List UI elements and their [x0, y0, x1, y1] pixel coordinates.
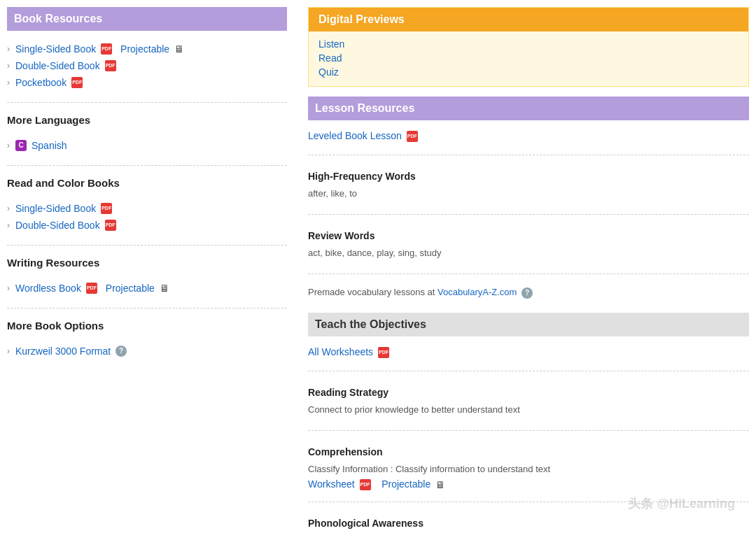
arrow-icon: › — [7, 78, 10, 87]
lesson-resources-section: Lesson Resources Leveled Book Lesson PDF… — [308, 97, 749, 304]
arrow-icon: › — [7, 283, 10, 293]
double-sided-book-link[interactable]: Double-Sided Book — [15, 60, 100, 71]
rc-single-sided-link[interactable]: Single-Sided Book — [15, 203, 96, 214]
comprehension-value: Classify Information : Classify informat… — [308, 462, 749, 476]
right-column: Digital Previews Listen Read Quiz Lesson… — [301, 7, 749, 533]
book-resources-header: Book Resources — [7, 7, 287, 31]
arrow-icon: › — [7, 44, 10, 54]
read-color-list: › Single-Sided Book PDF › Double-Sided B… — [7, 196, 287, 238]
writing-resources-section: Writing Resources › Wordless Book PDF Pr… — [7, 253, 287, 301]
reading-strategy-row: Reading Strategy Connect to prior knowle… — [308, 378, 749, 423]
writing-projectable-link[interactable]: Projectable — [106, 283, 155, 294]
c-icon: C — [15, 140, 27, 151]
digital-previews-section: Digital Previews Listen Read Quiz — [308, 7, 749, 87]
writing-list: › Wordless Book PDF Projectable 🖥 — [7, 276, 287, 301]
comprehension-links: Worksheet PDF Projectable 🖥 — [308, 478, 749, 490]
info-icon[interactable]: ? — [522, 287, 533, 299]
vocab-prefix: Premade vocabulary lessons at — [308, 287, 438, 297]
list-item: › Double-Sided Book PDF — [7, 57, 287, 74]
arrow-icon: › — [7, 346, 10, 356]
list-item: › Wordless Book PDF Projectable 🖥 — [7, 280, 287, 297]
all-worksheets-link[interactable]: All Worksheets — [308, 346, 373, 357]
read-color-section: Read and Color Books › Single-Sided Book… — [7, 173, 287, 238]
spanish-link[interactable]: Spanish — [31, 140, 67, 151]
divider — [308, 371, 749, 371]
high-freq-label: High-Frequency Words — [308, 166, 749, 185]
teach-objectives-header: Teach the Objectives — [308, 313, 749, 336]
teach-objectives-section: Teach the Objectives All Worksheets PDF … — [308, 313, 749, 533]
pdf-icon: PDF — [105, 60, 116, 71]
vocab-link[interactable]: VocabularyA-Z.com — [438, 287, 517, 297]
pdf-icon: PDF — [378, 347, 389, 358]
info-icon[interactable]: ? — [115, 346, 127, 357]
comprehension-row: Comprehension Classify Information : Cla… — [308, 438, 749, 495]
arrow-icon: › — [7, 220, 10, 230]
monitor-icon: 🖥 — [435, 479, 445, 490]
kurzweil-link[interactable]: Kurzweil 3000 Format — [15, 346, 111, 357]
divider — [308, 155, 749, 155]
review-words-label: Review Words — [308, 226, 749, 244]
review-words-value: act, bike, dance, play, sing, study — [308, 246, 749, 260]
pdf-icon: PDF — [86, 283, 97, 294]
divider — [308, 273, 749, 274]
leveled-book-link[interactable]: Leveled Book Lesson — [308, 130, 402, 141]
more-languages-section: More Languages › C Spanish — [7, 110, 287, 158]
high-freq-row: High-Frequency Words after, like, to — [308, 162, 749, 207]
more-languages-header: More Languages — [7, 110, 287, 129]
list-item: › C Spanish — [7, 137, 287, 154]
pdf-icon: PDF — [105, 220, 116, 231]
divider — [308, 502, 749, 502]
pocketbook-link[interactable]: Pocketbook — [15, 77, 66, 88]
pdf-icon: PDF — [407, 131, 418, 142]
pdf-icon: PDF — [101, 43, 112, 55]
review-words-row: Review Words act, bike, dance, play, sin… — [308, 222, 749, 266]
quiz-link[interactable]: Quiz — [318, 66, 738, 78]
comprehension-worksheet-link[interactable]: Worksheet — [308, 478, 355, 490]
left-column: Book Resources › Single-Sided Book PDF P… — [7, 7, 301, 533]
single-sided-book-link[interactable]: Single-Sided Book — [15, 43, 96, 55]
divider — [7, 308, 287, 308]
list-item: › Single-Sided Book PDF Projectable 🖥 — [7, 41, 287, 57]
comprehension-label: Comprehension — [308, 442, 749, 460]
pdf-icon: PDF — [71, 77, 83, 88]
divider — [7, 245, 287, 246]
vocab-row: Premade vocabulary lessons at Vocabulary… — [308, 281, 749, 304]
divider — [7, 165, 287, 166]
arrow-icon: › — [7, 61, 10, 71]
more-options-header: More Book Options — [7, 315, 287, 334]
read-link[interactable]: Read — [318, 52, 738, 64]
high-freq-value: after, like, to — [308, 187, 749, 200]
more-options-list: › Kurzweil 3000 Format ? — [7, 339, 287, 364]
divider — [308, 430, 749, 431]
all-worksheets-row: All Worksheets PDF — [308, 343, 749, 364]
read-color-header: Read and Color Books — [7, 173, 287, 192]
pdf-icon: PDF — [101, 203, 112, 214]
list-item: › Pocketbook PDF — [7, 74, 287, 91]
list-item: › Double-Sided Book PDF — [7, 217, 287, 234]
writing-resources-header: Writing Resources — [7, 253, 287, 271]
monitor-icon: 🖥 — [160, 283, 169, 294]
reading-strategy-value: Connect to prior knowledge to better und… — [308, 403, 749, 416]
arrow-icon: › — [7, 204, 10, 213]
comprehension-projectable-link[interactable]: Projectable — [382, 478, 430, 490]
wordless-book-link[interactable]: Wordless Book — [15, 283, 81, 294]
phonological-row: Phonological Awareness Initial Consonant… — [308, 509, 749, 533]
list-item: › Kurzweil 3000 Format ? — [7, 343, 287, 360]
more-languages-list: › C Spanish — [7, 133, 287, 158]
lesson-resources-header: Lesson Resources — [308, 97, 749, 120]
reading-strategy-label: Reading Strategy — [308, 383, 749, 401]
book-resources-section: Book Resources › Single-Sided Book PDF P… — [7, 7, 287, 95]
leveled-book-row: Leveled Book Lesson PDF — [308, 127, 749, 148]
rc-double-sided-link[interactable]: Double-Sided Book — [15, 220, 100, 231]
more-options-section: More Book Options › Kurzweil 3000 Format… — [7, 315, 287, 364]
book-resources-list: › Single-Sided Book PDF Projectable 🖥 › … — [7, 36, 287, 95]
listen-link[interactable]: Listen — [318, 38, 738, 50]
pdf-icon: PDF — [360, 479, 371, 490]
monitor-icon: 🖥 — [174, 43, 184, 55]
projectable-link[interactable]: Projectable — [120, 43, 169, 55]
list-item: › Single-Sided Book PDF — [7, 200, 287, 217]
divider — [7, 102, 287, 103]
divider — [308, 214, 749, 215]
phonological-label: Phonological Awareness — [308, 513, 749, 532]
digital-previews-header: Digital Previews — [309, 8, 748, 31]
